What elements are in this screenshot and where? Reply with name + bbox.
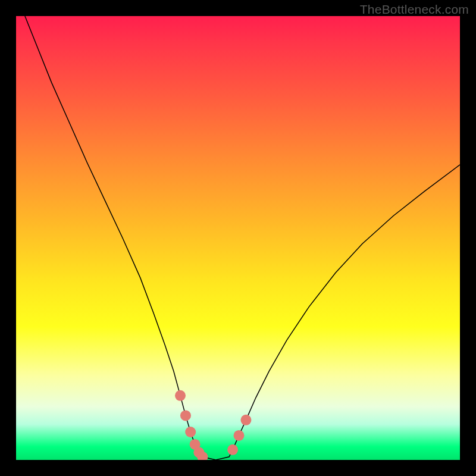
- plot-area: [16, 16, 460, 460]
- chart-svg: [16, 16, 460, 460]
- highlight-dot: [175, 390, 186, 401]
- watermark-text: TheBottleneck.com: [360, 2, 469, 17]
- highlight-dot: [180, 410, 191, 421]
- highlight-dot: [233, 430, 244, 441]
- highlight-dots-right: [227, 415, 251, 455]
- chart-frame: TheBottleneck.com: [0, 0, 476, 476]
- highlight-dot: [240, 415, 251, 425]
- highlight-dot: [227, 444, 238, 455]
- highlight-dots-left: [175, 390, 208, 460]
- highlight-dot: [185, 427, 196, 437]
- bottleneck-curve: [25, 16, 460, 460]
